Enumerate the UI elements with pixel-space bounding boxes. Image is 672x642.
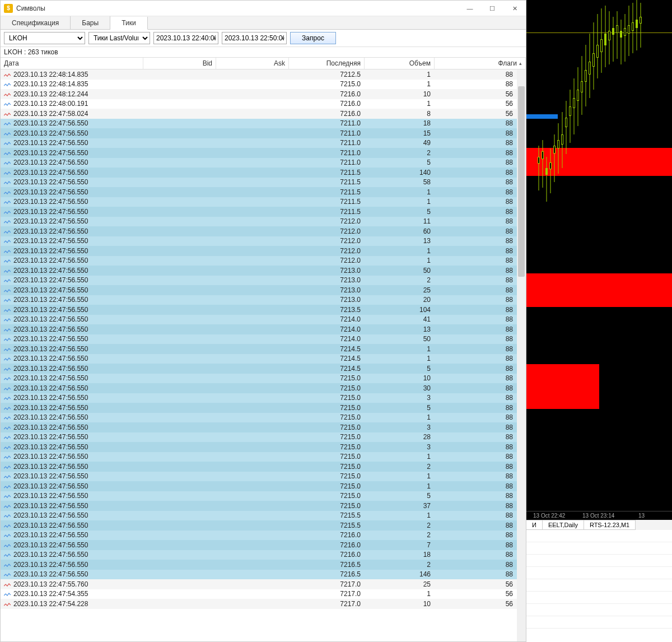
table-row[interactable]: 2023.10.13 22:47:56.5507212.01388	[1, 236, 526, 246]
table-row[interactable]: 2023.10.13 22:47:56.5507215.0388	[1, 442, 526, 452]
tab-Спецификация[interactable]: Спецификация	[1, 16, 71, 29]
table-row[interactable]: 2023.10.13 22:48:12.2447216.01056	[1, 89, 526, 99]
tab-Бары[interactable]: Бары	[71, 16, 110, 29]
table-row[interactable]: 2023.10.13 22:47:58.0247216.0856	[1, 109, 526, 119]
table-row[interactable]: 2023.10.13 22:47:56.5507216.5288	[1, 560, 526, 570]
table-row[interactable]: 2023.10.13 22:47:56.5507215.03788	[1, 501, 526, 511]
cell-last: 7216.0	[289, 541, 365, 549]
tick-direction-icon	[4, 150, 11, 156]
tick-mode-select[interactable]: Тики Last/Volume	[88, 32, 150, 44]
table-row[interactable]: 2023.10.13 22:47:56.5507211.55888	[1, 178, 526, 188]
chart-tab[interactable]: И	[526, 520, 543, 530]
column-volume[interactable]: Объем	[365, 58, 435, 69]
table-row[interactable]: 2023.10.13 22:47:56.5507211.0288	[1, 148, 526, 158]
tick-direction-icon	[4, 317, 11, 322]
table-row[interactable]: 2023.10.13 22:47:56.5507214.5588	[1, 364, 526, 374]
column-last[interactable]: Последняя	[289, 58, 365, 69]
cell-date: 2023.10.13 22:47:56.550	[13, 404, 88, 412]
cell-date: 2023.10.13 22:47:56.550	[13, 570, 88, 578]
table-row[interactable]: 2023.10.13 22:47:56.5507215.0188	[1, 413, 526, 423]
toolbar: LKOH Тики Last/Volume ▾ ▾ Запрос	[1, 30, 526, 47]
tick-direction-icon	[4, 160, 11, 165]
cell-date: 2023.10.13 22:47:56.550	[13, 433, 88, 441]
table-row[interactable]: 2023.10.13 22:47:56.5507213.510488	[1, 305, 526, 315]
column-bid[interactable]: Bid	[143, 58, 216, 69]
table-row[interactable]: 2023.10.13 22:47:56.5507214.01388	[1, 324, 526, 334]
cell-last: 7215.0	[289, 492, 365, 500]
table-row[interactable]: 2023.10.13 22:47:56.5507216.0288	[1, 531, 526, 541]
table-row[interactable]: 2023.10.13 22:47:56.5507215.01088	[1, 374, 526, 384]
cell-volume: 1	[365, 413, 435, 421]
table-row[interactable]: 2023.10.13 22:47:56.5507211.514088	[1, 168, 526, 178]
scroll-thumb[interactable]	[518, 86, 525, 277]
table-row[interactable]: 2023.10.13 22:47:56.5507214.05088	[1, 334, 526, 345]
cell-volume: 11	[365, 217, 435, 225]
table-row[interactable]: 2023.10.13 22:47:56.5507212.0188	[1, 256, 526, 266]
scrollbar[interactable]	[517, 69, 526, 641]
table-row[interactable]: 2023.10.13 22:47:56.5507212.0188	[1, 246, 526, 256]
table-row[interactable]: 2023.10.13 22:47:56.5507215.0188	[1, 472, 526, 482]
table-row[interactable]: 2023.10.13 22:47:56.5507211.0588	[1, 158, 526, 168]
table-row[interactable]: 2023.10.13 22:47:56.5507215.0588	[1, 403, 526, 413]
table-row[interactable]: 2023.10.13 22:47:56.5507214.5188	[1, 354, 526, 364]
table-row[interactable]: 2023.10.13 22:47:56.5507211.01888	[1, 119, 526, 129]
table-row[interactable]: 2023.10.13 22:47:56.5507213.0288	[1, 276, 526, 286]
date-to-input[interactable]	[222, 32, 287, 44]
table-row[interactable]: 2023.10.13 22:47:55.7607217.02556	[1, 579, 526, 589]
table-row[interactable]: 2023.10.13 22:47:56.5507215.0588	[1, 491, 526, 501]
table-row[interactable]: 2023.10.13 22:47:56.5507211.5188	[1, 187, 526, 197]
time-axis: 13 Oct 22:4213 Oct 23:1413	[526, 511, 672, 520]
table-row[interactable]: 2023.10.13 22:47:56.5507214.04188	[1, 315, 526, 325]
table-row[interactable]: 2023.10.13 22:47:56.5507214.5188	[1, 344, 526, 354]
table-row[interactable]: 2023.10.13 22:47:56.5507213.05088	[1, 266, 526, 276]
table-row[interactable]: 2023.10.13 22:47:56.5507215.0388	[1, 422, 526, 432]
column-ask[interactable]: Ask	[216, 58, 289, 69]
table-row[interactable]: 2023.10.13 22:47:54.2287217.01056	[1, 599, 526, 609]
tick-direction-icon	[4, 258, 11, 263]
close-button[interactable]: ✕	[503, 1, 526, 16]
table-row[interactable]: 2023.10.13 22:48:00.1917216.0156	[1, 99, 526, 109]
maximize-button[interactable]: ☐	[481, 1, 503, 16]
chart-tab[interactable]: EELT,Daily	[542, 520, 584, 530]
table-row[interactable]: 2023.10.13 22:47:56.5507215.0288	[1, 462, 526, 472]
table-row[interactable]: 2023.10.13 22:48:14.8357215.0188	[1, 80, 526, 90]
table-row[interactable]: 2023.10.13 22:47:56.5507215.5288	[1, 520, 526, 531]
table-row[interactable]: 2023.10.13 22:47:54.3557217.0156	[1, 589, 526, 599]
cell-flags: 88	[435, 482, 526, 490]
tab-Тики[interactable]: Тики	[110, 17, 147, 30]
table-row[interactable]: 2023.10.13 22:47:56.5507215.0188	[1, 481, 526, 491]
minimize-button[interactable]: ―	[459, 1, 481, 16]
table-row[interactable]: 2023.10.13 22:47:56.5507211.5588	[1, 207, 526, 217]
table-row[interactable]: 2023.10.13 22:47:56.5507216.01888	[1, 550, 526, 560]
cell-flags: 88	[435, 139, 526, 147]
table-row[interactable]: 2023.10.13 22:47:56.5507212.06088	[1, 226, 526, 236]
table-body[interactable]: 2023.10.13 22:48:14.8357212.51882023.10.…	[1, 69, 526, 641]
cell-last: 7215.0	[289, 404, 365, 412]
chart-tab[interactable]: RTS-12.23,M1	[584, 520, 636, 530]
table-row[interactable]: 2023.10.13 22:47:56.5507211.01588	[1, 128, 526, 138]
table-row[interactable]: 2023.10.13 22:47:56.5507215.0388	[1, 393, 526, 403]
column-flags[interactable]: Флаги▴	[435, 58, 526, 69]
chart-panel[interactable]: 13 Oct 22:4213 Oct 23:1413 ИEELT,DailyRT…	[526, 0, 672, 642]
table-row[interactable]: 2023.10.13 22:47:56.5507215.5188	[1, 511, 526, 521]
cell-flags: 88	[435, 394, 526, 402]
table-row[interactable]: 2023.10.13 22:47:56.5507215.03088	[1, 383, 526, 393]
table-row[interactable]: 2023.10.13 22:47:56.5507212.01188	[1, 217, 526, 227]
table-row[interactable]: 2023.10.13 22:47:56.5507216.514688	[1, 570, 526, 580]
table-row[interactable]: 2023.10.13 22:47:56.5507216.0788	[1, 540, 526, 550]
column-date[interactable]: Дата	[1, 58, 143, 69]
table-row[interactable]: 2023.10.13 22:47:56.5507211.04988	[1, 138, 526, 148]
table-row[interactable]: 2023.10.13 22:47:56.5507213.02588	[1, 285, 526, 295]
symbol-select[interactable]: LKOH	[4, 32, 85, 44]
tick-direction-icon	[4, 493, 11, 499]
cell-volume: 1	[365, 590, 435, 598]
cell-last: 7213.0	[289, 267, 365, 275]
table-row[interactable]: 2023.10.13 22:47:56.5507211.5188	[1, 197, 526, 207]
table-row[interactable]: 2023.10.13 22:48:14.8357212.5188	[1, 69, 526, 80]
table-row[interactable]: 2023.10.13 22:47:56.5507215.0188	[1, 452, 526, 462]
table-row[interactable]: 2023.10.13 22:47:56.5507213.02088	[1, 295, 526, 305]
table-row[interactable]: 2023.10.13 22:47:56.5507215.02888	[1, 432, 526, 443]
request-button[interactable]: Запрос	[290, 32, 336, 44]
tick-direction-icon	[4, 464, 11, 469]
date-from-input[interactable]	[153, 32, 218, 44]
